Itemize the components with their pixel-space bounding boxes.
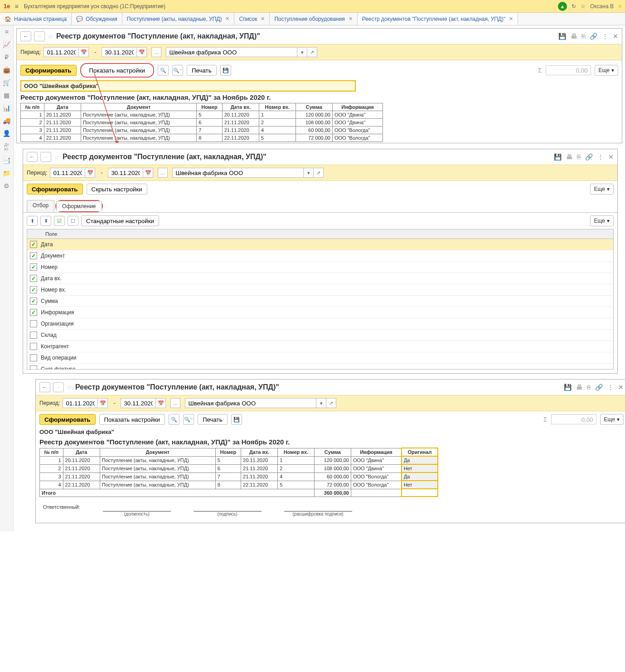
tab-close-icon[interactable]: ✕ [509,16,513,22]
link-icon[interactable]: 🔗 [595,384,603,391]
date-to-input[interactable] [102,47,137,57]
move-up-icon[interactable]: ⬆ [27,216,38,226]
show-settings-button[interactable]: Показать настройки [99,414,165,425]
nav-fwd-button[interactable]: → [53,382,64,392]
search-clear-icon[interactable]: 🔍⁻ [183,414,194,425]
rail-cart-icon[interactable]: 🛒 [3,79,10,86]
print-icon[interactable]: 🖶 [571,33,577,40]
more-button[interactable]: Еще▾ [600,414,624,425]
link-icon[interactable]: 🔗 [590,33,597,40]
link-icon[interactable]: 🔗 [585,153,593,161]
organization-input[interactable] [185,398,316,408]
org-dropdown-icon[interactable]: ▾ [304,168,314,178]
tab-design[interactable]: Оформление [56,201,102,211]
calendar-from-icon[interactable]: 📅 [85,168,95,178]
field-row[interactable]: Организация [27,318,613,330]
period-dots-button[interactable]: ... [158,168,168,178]
star-icon[interactable]: ☆ [67,384,73,391]
uncheck-all-icon[interactable]: ☐ [68,216,78,226]
nav-back-button[interactable]: ← [27,152,38,162]
calendar-to-icon[interactable]: 📅 [137,47,147,57]
tab-filter[interactable]: Отбор [27,200,54,212]
tab[interactable]: 💬Обсуждения [72,13,122,25]
field-checkbox[interactable] [30,354,37,361]
tab-close-icon[interactable]: ✕ [349,16,353,22]
save-to-disk-icon[interactable]: 💾 [220,65,231,76]
export-icon[interactable]: ⎘ [581,33,585,40]
tab[interactable]: 🏠Начальная страница [0,13,72,25]
nav-back-button[interactable]: ← [20,31,31,41]
show-settings-button[interactable]: Показать настройки [85,65,150,76]
field-row[interactable]: Счет фактура [27,364,613,370]
generate-button[interactable]: Сформировать [20,65,77,76]
notification-icon[interactable]: ▲ [558,2,567,11]
rail-folder-icon[interactable]: 📁 [3,170,10,177]
nav-fwd-button[interactable]: → [40,152,51,162]
close-icon[interactable]: ✕ [613,33,618,40]
generate-button[interactable]: Сформировать [39,414,96,425]
date-from-input[interactable] [63,398,98,408]
rail-dk-icon[interactable]: ДтКт [4,142,9,151]
org-dropdown-icon[interactable]: ▾ [316,398,326,408]
date-from-input[interactable] [50,168,85,178]
field-checkbox[interactable] [30,309,37,316]
field-row[interactable]: Контрагент [27,341,613,352]
rail-chart-icon[interactable]: 📈 [3,41,10,48]
tab[interactable]: Реестр документов "Поступление (акт, нак… [358,13,518,25]
more-button[interactable]: Еще▾ [595,65,618,76]
field-checkbox[interactable] [30,275,37,282]
export-icon[interactable]: ⎘ [577,153,581,161]
field-checkbox[interactable] [30,263,37,271]
calendar-from-icon[interactable]: 📅 [79,47,89,57]
more-button[interactable]: Еще▾ [590,184,614,195]
field-checkbox[interactable] [30,286,37,293]
rail-grid-icon[interactable]: ▦ [4,92,10,99]
kebab-icon[interactable]: ⋮ [597,153,604,161]
rail-report-icon[interactable]: 📑 [3,157,10,164]
field-row[interactable]: Сумма [27,296,613,307]
field-checkbox[interactable] [30,331,37,339]
field-checkbox[interactable] [30,252,37,259]
history-icon[interactable]: ↻ [572,3,576,10]
field-row[interactable]: Склад [27,330,613,341]
print-icon[interactable]: 🖶 [576,384,582,391]
organization-input[interactable] [172,168,304,178]
field-row[interactable]: Номер [27,262,613,273]
move-down-icon[interactable]: ⬇ [40,216,51,226]
user-name[interactable]: Оксана В [590,3,614,10]
print-button[interactable]: Печать [198,414,228,425]
nav-back-button[interactable]: ← [39,382,50,392]
period-dots-button[interactable]: ... [170,398,180,408]
field-checkbox[interactable] [30,297,37,305]
save-icon[interactable]: 💾 [554,153,562,161]
close-icon[interactable]: ✕ [608,153,614,161]
print-button[interactable]: Печать [187,65,217,76]
rail-gear-icon[interactable]: ⚙ [4,182,10,190]
field-row[interactable]: Информация [27,307,613,318]
org-open-icon[interactable]: ↗ [307,47,317,57]
calendar-to-icon[interactable]: 📅 [143,168,153,178]
nav-fwd-button[interactable]: → [34,31,45,41]
tab[interactable]: Поступление оборудования✕ [270,13,357,25]
check-all-icon[interactable]: ☑ [54,216,65,226]
org-open-icon[interactable]: ↗ [326,398,336,408]
rail-stats-icon[interactable]: 📊 [3,104,10,112]
more-button[interactable]: Еще▾ [590,215,614,226]
date-to-input[interactable] [121,398,156,408]
save-icon[interactable]: 💾 [564,384,572,391]
rail-bag-icon[interactable]: 👜 [3,66,10,73]
tab-close-icon[interactable]: ✕ [225,16,229,22]
generate-button[interactable]: Сформировать [27,184,83,195]
star-icon[interactable]: ☆ [48,33,53,40]
export-icon[interactable]: ⎘ [587,384,591,391]
field-checkbox[interactable] [30,365,37,370]
print-icon[interactable]: 🖶 [566,153,572,161]
favorite-icon[interactable]: ☆ [581,3,586,10]
field-row[interactable]: Дата вх. [27,273,613,284]
star-icon[interactable]: ☆ [54,153,60,161]
calendar-from-icon[interactable]: 📅 [98,398,108,408]
rail-menu-icon[interactable]: ≡ [5,28,8,35]
calendar-to-icon[interactable]: 📅 [156,398,166,408]
rail-ruble-icon[interactable]: ₽ [5,54,9,61]
settings-icon[interactable]: ≡ [618,3,621,10]
